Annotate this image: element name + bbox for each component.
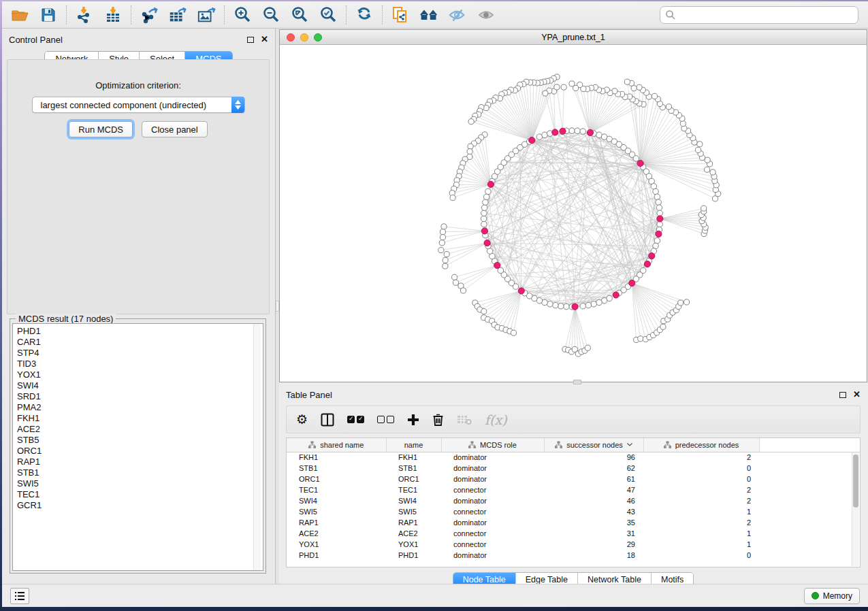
cell-predecessor_nodes[interactable]: 2 (643, 517, 759, 528)
table-row[interactable]: PHD1PHD1dominator180 (287, 550, 860, 561)
close-table-panel-icon[interactable]: ✕ (853, 391, 861, 398)
graph-hub-node[interactable] (649, 253, 655, 259)
cell-successor_nodes[interactable]: 62 (544, 463, 643, 474)
mcds-result-item[interactable]: SRD1 (17, 391, 263, 402)
add-column-icon[interactable] (407, 411, 419, 429)
mcds-result-item[interactable]: STP4 (17, 348, 263, 359)
cell-name[interactable]: ORC1 (386, 474, 441, 484)
cell-mcds_role[interactable]: connector (441, 528, 544, 539)
graph-node[interactable] (481, 221, 487, 227)
cell-predecessor_nodes[interactable]: 0 (643, 474, 759, 484)
cell-mcds_role[interactable]: dominator (441, 452, 544, 463)
graph-satellite-node[interactable] (701, 205, 707, 211)
graph-satellite-node[interactable] (453, 280, 458, 285)
cell-predecessor_nodes[interactable]: 1 (643, 539, 759, 550)
cell-name[interactable]: STB1 (386, 463, 441, 474)
mcds-result-item[interactable]: PHD1 (17, 326, 263, 337)
mcds-list-scrollbar[interactable] (253, 324, 261, 570)
graph-hub-node[interactable] (560, 128, 566, 134)
graph-satellite-node[interactable] (444, 252, 449, 257)
search-input[interactable] (660, 6, 858, 24)
cell-predecessor_nodes[interactable]: 0 (643, 463, 759, 474)
graph-node[interactable] (558, 303, 564, 310)
graph-node[interactable] (481, 205, 487, 211)
cell-successor_nodes[interactable]: 35 (544, 517, 643, 528)
graph-hub-node[interactable] (481, 228, 487, 234)
cell-name[interactable]: YOX1 (386, 539, 441, 550)
cell-mcds_role[interactable]: dominator (441, 474, 544, 484)
cell-successor_nodes[interactable]: 18 (544, 550, 643, 561)
graph-satellite-node[interactable] (695, 147, 701, 152)
cell-successor_nodes[interactable]: 61 (544, 474, 643, 484)
graph-satellite-node[interactable] (439, 240, 445, 246)
cell-predecessor_nodes[interactable]: 0 (643, 550, 759, 561)
cell-shared_name[interactable]: SWI5 (287, 506, 386, 517)
cell-successor_nodes[interactable]: 29 (544, 539, 643, 550)
zoom-out-icon[interactable] (261, 5, 280, 24)
cell-name[interactable]: TEC1 (386, 484, 441, 495)
graph-satellite-node[interactable] (441, 224, 447, 229)
graph-satellite-node[interactable] (680, 120, 686, 126)
graph-node[interactable] (569, 128, 575, 134)
export-image-icon[interactable] (197, 5, 216, 24)
graph-satellite-node[interactable] (638, 336, 643, 342)
table-row[interactable]: ORC1ORC1dominator610 (287, 474, 860, 484)
zoom-in-icon[interactable] (233, 5, 252, 24)
memory-button[interactable]: Memory (804, 588, 860, 604)
graph-node[interactable] (657, 210, 663, 216)
table-scrollbar-thumb[interactable] (853, 455, 858, 508)
graph-hub-node[interactable] (552, 129, 558, 135)
graph-hub-node[interactable] (487, 181, 494, 187)
graph-satellite-node[interactable] (467, 149, 472, 154)
cell-mcds_role[interactable]: dominator (441, 517, 544, 528)
column-header-MCDS-role[interactable]: MCDS role (441, 438, 544, 452)
cell-mcds_role[interactable]: connector (441, 539, 544, 550)
column-header-successor-nodes[interactable]: successor nodes (544, 438, 643, 452)
graph-node[interactable] (633, 156, 639, 162)
float-table-panel-icon[interactable] (839, 392, 846, 398)
graph-satellite-node[interactable] (684, 299, 690, 305)
cell-mcds_role[interactable]: dominator (441, 550, 544, 561)
graph-node[interactable] (542, 132, 548, 138)
cell-shared_name[interactable]: PHD1 (287, 550, 386, 561)
mcds-result-item[interactable]: CAR1 (17, 337, 263, 348)
mcds-result-item[interactable]: YOX1 (17, 369, 263, 380)
mcds-result-item[interactable]: GCR1 (17, 500, 263, 511)
graph-satellite-node[interactable] (660, 324, 666, 329)
graph-node[interactable] (481, 210, 487, 216)
mcds-result-list[interactable]: PHD1CAR1STP4TID3YOX1SWI4SRD1PMA2FKH1ACE2… (12, 323, 263, 571)
network-graph[interactable] (280, 45, 867, 382)
hide-selected-icon[interactable] (448, 5, 467, 24)
column-header-name[interactable]: name (386, 438, 441, 452)
mcds-result-item[interactable]: FKH1 (17, 413, 263, 424)
graph-hub-node[interactable] (656, 231, 662, 237)
cell-shared_name[interactable]: STB1 (287, 463, 386, 474)
table-row[interactable]: SWI5SWI5connector431 (287, 506, 860, 517)
graph-satellite-node[interactable] (468, 144, 473, 149)
cell-successor_nodes[interactable]: 31 (544, 528, 643, 539)
graph-satellite-node[interactable] (450, 195, 455, 201)
graph-satellite-node[interactable] (710, 169, 716, 175)
graph-satellite-node[interactable] (704, 167, 709, 172)
table-row[interactable]: FKH1FKH1dominator962 (287, 452, 860, 463)
graph-satellite-node[interactable] (543, 90, 548, 96)
first-neighbors-icon[interactable] (419, 5, 438, 24)
mcds-result-item[interactable]: RAP1 (17, 457, 263, 467)
export-table-icon[interactable] (168, 5, 187, 24)
cell-name[interactable]: RAP1 (386, 517, 441, 528)
graph-satellite-node[interactable] (573, 85, 579, 90)
graph-node[interactable] (483, 194, 489, 200)
graph-hub-node[interactable] (613, 292, 619, 298)
cell-mcds_role[interactable]: dominator (441, 463, 544, 474)
graph-node[interactable] (547, 301, 553, 308)
mcds-result-item[interactable]: TEC1 (17, 489, 263, 500)
table-row[interactable]: YOX1YOX1connector291 (287, 539, 860, 550)
show-all-icon[interactable] (477, 5, 496, 24)
table-settings-gear-icon[interactable]: ⚙ (296, 411, 308, 429)
graph-satellite-node[interactable] (554, 84, 560, 90)
graph-satellite-node[interactable] (569, 81, 575, 86)
table-row[interactable]: STB1STB1dominator620 (287, 463, 860, 474)
graph-hub-node[interactable] (657, 216, 663, 222)
graph-node[interactable] (654, 194, 660, 200)
open-folder-icon[interactable] (10, 5, 29, 24)
